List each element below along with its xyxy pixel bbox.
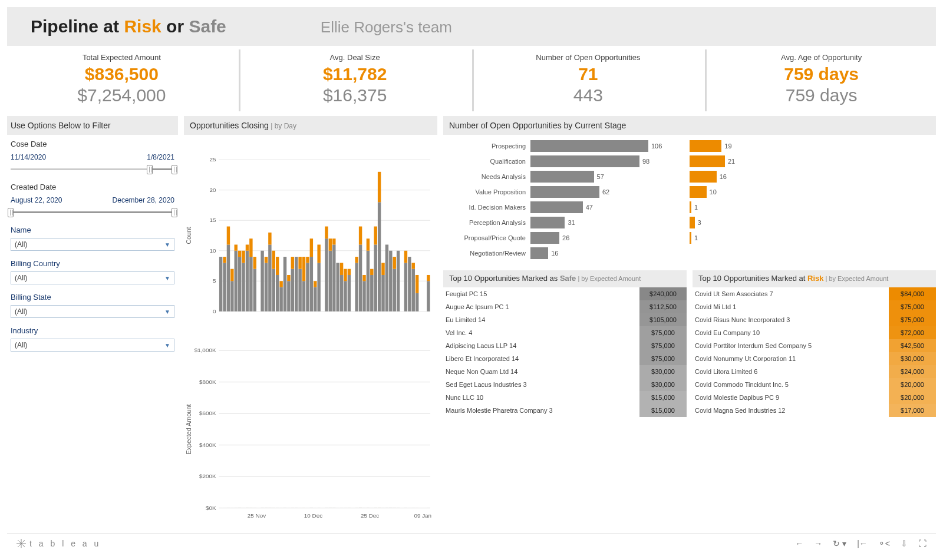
billing-country-dropdown[interactable]: (All) ▼ <box>11 271 174 284</box>
svg-rect-85 <box>378 202 381 311</box>
table-row[interactable]: Augue Ac Ipsum PC 1 $112,500 <box>443 300 687 313</box>
tableau-brand[interactable]: t a b l e a u <box>17 539 101 548</box>
svg-rect-77 <box>362 281 365 312</box>
table-row[interactable]: Covid Ut Sem Associates 7 $84,000 <box>693 287 936 300</box>
share-icon[interactable]: ⚬< <box>878 539 890 548</box>
stage-row[interactable]: Needs Analysis 57 16 <box>449 169 930 184</box>
kpi-card[interactable]: Avg. Deal Size $11,782 $16,375 <box>239 49 470 111</box>
nav-back-icon[interactable]: ← <box>795 539 803 548</box>
kpi-risk-value: 759 days <box>707 64 936 84</box>
table-row[interactable]: Covid Nonummy Ut Corporation 11 $30,000 <box>693 352 936 365</box>
table-row[interactable]: Neque Non Quam Ltd 14 $30,000 <box>443 365 687 378</box>
stage-val-safe: 98 <box>642 158 649 165</box>
table-row[interactable]: Eu Limited 14 $105,000 <box>443 313 687 326</box>
billing-state-dropdown[interactable]: (All) ▼ <box>11 305 174 318</box>
svg-text:5: 5 <box>213 277 216 284</box>
table-row[interactable]: Mauris Molestie Pharetra Company 3 $15,0… <box>443 404 687 417</box>
closing-title-sub: | by Day <box>269 122 296 130</box>
kpi-card[interactable]: Avg. Age of Opportunity 759 days 759 day… <box>705 49 936 111</box>
caret-down-icon: ▼ <box>164 241 170 248</box>
close-date-slider[interactable] <box>11 164 174 174</box>
opportunity-value: $30,000 <box>639 365 687 378</box>
opportunity-value: $30,000 <box>639 378 687 391</box>
nav-forward-icon[interactable]: → <box>814 539 822 548</box>
filter-close-date: Cose Date 11/14/2020 1/8/2021 <box>11 140 174 174</box>
svg-rect-64 <box>332 244 335 311</box>
top-safe-title-prefix: Top 10 Opportunities Marked as <box>449 274 560 283</box>
slider-handle-left[interactable] <box>147 165 153 174</box>
stage-row[interactable]: Qualification 98 21 <box>449 154 930 169</box>
top-risk-title: Top 10 Opportunities Marked at Risk | by… <box>693 270 936 287</box>
replay-icon[interactable]: ↻ ▾ <box>833 539 846 548</box>
stage-val-safe: 106 <box>651 143 662 150</box>
kpi-card[interactable]: Total Expected Amount $836,500 $7,254,00… <box>7 49 236 111</box>
table-row[interactable]: Covid Magna Sed Industries 12 $17,000 <box>693 404 936 417</box>
stage-row[interactable]: Value Proposition 62 10 <box>449 184 930 200</box>
billing-country-dropdown-value: (All) <box>15 274 27 282</box>
table-row[interactable]: Nunc LLC 10 $15,000 <box>443 391 687 404</box>
kpi-label: Avg. Deal Size <box>240 53 470 62</box>
svg-rect-22 <box>238 251 241 257</box>
stage-val-risk: 10 <box>710 188 717 195</box>
table-row[interactable]: Adipiscing Lacus LLP 14 $75,000 <box>443 339 687 352</box>
stages-chart[interactable]: Prospecting 106 19 Qualification 98 21 N… <box>443 135 936 267</box>
table-row[interactable]: Covid Litora Limited 6 $24,000 <box>693 365 936 378</box>
svg-rect-20 <box>235 244 238 250</box>
table-row[interactable]: Sed Eget Lacus Industries 3 $30,000 <box>443 378 687 391</box>
opportunity-name: Covid Molestie Dapibus PC 9 <box>693 394 889 401</box>
table-row[interactable]: Covid Porttitor Interdum Sed Company 5 $… <box>693 339 936 352</box>
svg-rect-27 <box>249 257 252 312</box>
stage-row[interactable]: Negotiation/Review 16 <box>449 246 930 261</box>
table-row[interactable]: Covid Risus Nunc Incorporated 3 $75,000 <box>693 313 936 326</box>
table-row[interactable]: Covid Commodo Tincidunt Inc. 5 $20,000 <box>693 378 936 391</box>
svg-rect-49 <box>298 257 301 269</box>
table-row[interactable]: Covid Eu Company 10 $72,000 <box>693 326 936 339</box>
amount-chart[interactable]: $0K$200K$400K$600K$800K$1,000K25 Nov10 D… <box>184 334 435 531</box>
title-or: or <box>161 16 189 36</box>
fullscreen-icon[interactable]: ⛶ <box>918 539 926 548</box>
stage-bar-risk <box>690 171 717 183</box>
stage-bar-safe <box>530 217 565 228</box>
name-dropdown[interactable]: (All) ▼ <box>11 238 174 251</box>
page-title: Pipeline at Risk or Safe <box>31 16 226 37</box>
stage-bar-risk <box>690 217 695 228</box>
count-chart[interactable]: 0510152025Count <box>184 137 435 334</box>
svg-rect-12 <box>219 257 222 312</box>
svg-rect-80 <box>367 238 370 251</box>
opportunity-value: $112,500 <box>639 300 687 313</box>
stage-label: Value Proposition <box>449 188 526 195</box>
opportunity-value: $20,000 <box>889 378 936 391</box>
svg-rect-95 <box>404 251 407 263</box>
table-row[interactable]: Feugiat PC 15 $240,000 <box>443 287 687 300</box>
opportunity-name: Mauris Molestie Pharetra Company 3 <box>443 407 639 414</box>
download-icon[interactable]: ⇩ <box>901 539 908 548</box>
svg-rect-34 <box>268 244 271 311</box>
svg-text:25 Dec: 25 Dec <box>361 512 379 519</box>
closing-title: Opportunities Closing | by Day <box>184 116 437 135</box>
stage-row[interactable]: Prospecting 106 19 <box>449 138 930 154</box>
table-row[interactable]: Vel Inc. 4 $75,000 <box>443 326 687 339</box>
slider-handle-right[interactable] <box>172 208 177 217</box>
kpi-risk-value: 71 <box>474 64 703 84</box>
industry-dropdown[interactable]: (All) ▼ <box>11 339 174 352</box>
created-date-slider[interactable] <box>11 207 174 217</box>
opportunity-value: $30,000 <box>889 352 936 365</box>
slider-handle-left[interactable] <box>8 208 14 217</box>
svg-rect-70 <box>344 269 347 281</box>
table-row[interactable]: Covid Molestie Dapibus PC 9 $20,000 <box>693 391 936 404</box>
svg-text:Expected Amount: Expected Amount <box>185 404 192 454</box>
filter-panel: Use Options Below to Filter Cose Date 11… <box>7 116 178 533</box>
svg-rect-94 <box>404 263 407 311</box>
stage-row[interactable]: Perception Analysis 31 3 <box>449 215 930 230</box>
svg-rect-37 <box>272 251 275 269</box>
svg-rect-72 <box>348 269 351 275</box>
table-row[interactable]: Covid Mi Ltd 1 $75,000 <box>693 300 936 313</box>
nav-first-icon[interactable]: |← <box>857 539 868 548</box>
kpi-label: Total Expected Amount <box>7 53 236 62</box>
stage-row[interactable]: Proposal/Price Quote 26 1 <box>449 230 930 246</box>
svg-rect-35 <box>268 233 271 245</box>
slider-handle-right[interactable] <box>172 165 177 174</box>
stage-row[interactable]: Id. Decision Makers 47 1 <box>449 200 930 215</box>
table-row[interactable]: Libero Et Incorporated 14 $75,000 <box>443 352 687 365</box>
kpi-card[interactable]: Number of Open Opportunities 71 443 <box>472 49 703 111</box>
